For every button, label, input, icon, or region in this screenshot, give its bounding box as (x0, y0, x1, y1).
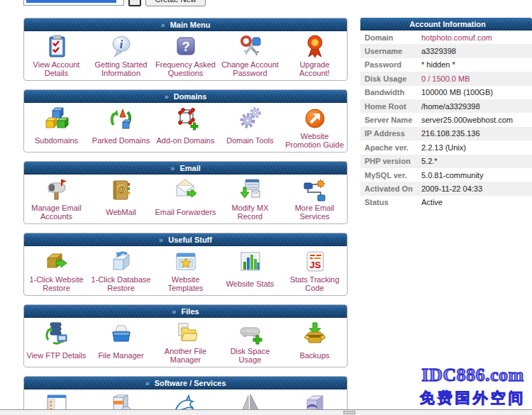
section-header: » Useful Stuff (24, 233, 347, 246)
svg-text:JS: JS (309, 260, 321, 270)
folder-doc-icon (173, 320, 199, 347)
menu-item[interactable]: ? Frequency Asked Questions (153, 33, 218, 80)
account-info-row: Disk Usage 0 / 1500.0 MB (360, 72, 532, 85)
menu-item[interactable]: Domain Tools (218, 105, 282, 152)
menu-item-label: Website Promotion Guide (282, 132, 347, 149)
account-field-value: a3329398 (421, 47, 456, 55)
menu-item[interactable]: Another File Manager (153, 320, 218, 367)
chevron-icon: » (160, 21, 167, 29)
menu-item[interactable]: Website Templates (153, 248, 218, 295)
menu-item-label: Manage Email Accounts (24, 204, 89, 221)
menu-item-label: Getting Started Information (89, 60, 153, 77)
menu-item-label: Backups (298, 347, 331, 364)
menu-item-label: Email Forwarders (153, 204, 217, 221)
account-info-header: Account Information (360, 18, 532, 31)
section-title: Email (179, 164, 200, 172)
menu-item[interactable]: More Email Services (282, 177, 347, 223)
keys-icon (238, 33, 263, 60)
watermark-site-text: IDC886.com (414, 365, 532, 386)
account-field-label: Username (360, 47, 421, 55)
scrollbar-thumb[interactable] (343, 411, 355, 414)
account-field-value[interactable]: 0 / 1500.0 MB (421, 74, 470, 83)
account-info-title: Account Information (409, 20, 486, 28)
section-body: View Account Details i Getting Started I… (24, 31, 347, 80)
menu-item-label: Disk Space Usage (218, 347, 282, 364)
account-info-row: Password * hidden * (360, 58, 532, 72)
account-field-label: Disk Usage (360, 74, 421, 83)
menu-item[interactable]: Change Account Password (218, 33, 282, 80)
menu-item[interactable]: Website Promotion Guide (282, 105, 347, 152)
menu-item[interactable]: File Manager (89, 320, 153, 367)
menu-item[interactable]: Email Forwarders (153, 177, 218, 223)
section-header: » Main Menu (24, 18, 347, 31)
menu-item[interactable]: 1-Click Website Restore (24, 248, 89, 295)
section-title: Domains (174, 92, 206, 101)
menu-item-label: Upgrade Account! (282, 60, 347, 77)
menu-item[interactable]: Website Stats (218, 248, 282, 295)
menu-item[interactable]: i Getting Started Information (89, 33, 153, 80)
account-field-value: 2009-11-22 04:33 (421, 184, 482, 193)
ftp-server-icon (43, 320, 70, 347)
menu-item[interactable]: Subdomains (24, 105, 89, 152)
menu-item[interactable]: View FTP Details (24, 320, 89, 367)
menu-item-label: Frequency Asked Questions (153, 60, 218, 77)
account-field-value: server25.000webhost.com (421, 116, 513, 124)
menu-item[interactable]: Backups (282, 320, 347, 367)
account-info-row: Home Root /home/a3329398 (360, 99, 532, 113)
menu-item[interactable]: 1-Click Database Restore (89, 248, 153, 295)
section-body: Manage Email Accounts @ WebMail Email Fo… (24, 175, 347, 223)
domain-input[interactable] (23, 0, 124, 6)
restore-cube-icon (108, 248, 135, 275)
menu-item-label: Subdomains (33, 132, 79, 149)
chevron-icon: » (159, 236, 165, 244)
menu-item-label: Change Account Password (218, 60, 282, 77)
envelope-arrow-icon (173, 177, 199, 204)
sections-column: » Main Menu View Account Details i Getti… (23, 18, 348, 415)
section-title: Useful Stuff (168, 236, 212, 244)
account-field-label: IP Address (360, 129, 421, 138)
restore-box-icon (43, 248, 70, 275)
menu-item[interactable]: Add-on Domains (153, 105, 218, 152)
file-drawer-icon (109, 320, 134, 347)
watermark-cn-text: 免费国外空间 (414, 388, 532, 408)
account-field-label: Domain (360, 33, 421, 42)
section-title: Main Menu (170, 21, 211, 29)
section-header: » Domains (24, 90, 347, 103)
menu-item[interactable]: Manage Email Accounts (24, 177, 89, 223)
account-field-label: Server Name (360, 116, 421, 124)
menu-item[interactable]: Upgrade Account! (282, 33, 347, 80)
menu-item[interactable]: Disk Space Usage (218, 320, 282, 367)
section-body: View FTP Details File Manager Another Fi… (24, 318, 347, 367)
menu-item[interactable]: Parked Domains (89, 105, 153, 152)
account-field-value: /home/a3329398 (421, 102, 480, 111)
control-panel-page: Go Create New » Main Menu View Account D… (0, 0, 532, 415)
account-field-label: Bandwidth (360, 88, 421, 96)
bar-chart-icon (238, 248, 263, 275)
menu-item-label: View FTP Details (26, 347, 88, 364)
account-field-value[interactable]: hotphoto.comuf.com (421, 33, 492, 42)
menu-item-label: Domain Tools (225, 132, 275, 149)
create-new-button[interactable]: Create New (145, 0, 206, 6)
chevron-icon: » (165, 92, 171, 101)
account-info-row: Username a3329398 (360, 44, 532, 57)
horizontal-scrollbar[interactable] (0, 409, 532, 415)
menu-item-label: Another File Manager (153, 347, 218, 364)
menu-item[interactable]: @ WebMail (89, 177, 153, 223)
menu-item-label: 1-Click Website Restore (24, 275, 89, 292)
go-button[interactable]: Go (128, 0, 141, 6)
section-body: 1-Click Website Restore 1-Click Database… (24, 246, 347, 295)
svg-text:@: @ (117, 184, 125, 193)
account-info-row: Status Active (360, 196, 532, 209)
menu-item[interactable]: Modify MX Record (218, 177, 282, 223)
section-title: Software / Services (155, 379, 226, 387)
account-field-label: Activated On (360, 184, 421, 193)
section-header: » Files (24, 305, 347, 318)
section-header: » Email (24, 162, 347, 175)
chevron-icon: » (145, 379, 151, 387)
account-field-label: MySQL ver. (360, 171, 421, 179)
menu-item[interactable]: View Account Details (24, 33, 89, 80)
menu-item-label: Modify MX Record (218, 204, 282, 221)
network-cube-icon (173, 105, 199, 132)
account-field-value: 5.0.81-community (421, 171, 483, 179)
menu-item[interactable]: JS Stats Tracking Code (282, 248, 347, 295)
